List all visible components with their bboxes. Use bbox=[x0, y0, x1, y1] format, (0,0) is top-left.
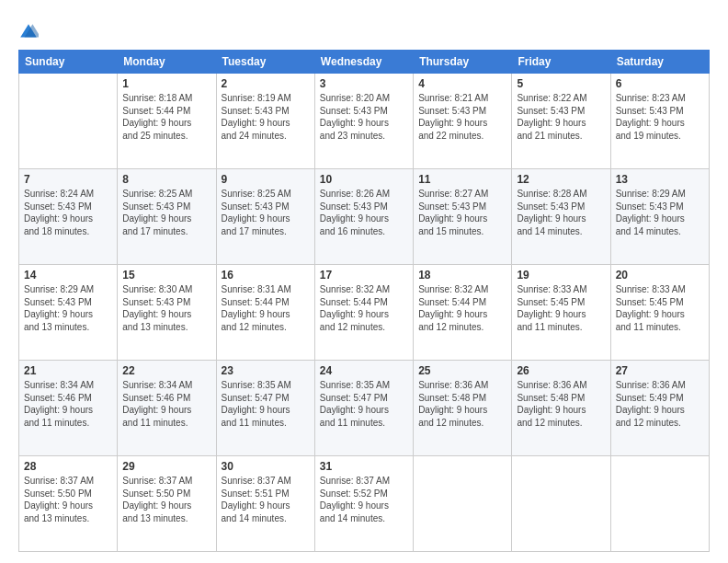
day-info: Sunrise: 8:36 AM Sunset: 5:49 PM Dayligh… bbox=[616, 379, 704, 429]
day-number: 19 bbox=[517, 269, 605, 282]
calendar-cell: 2Sunrise: 8:19 AM Sunset: 5:43 PM Daylig… bbox=[216, 74, 314, 169]
day-info: Sunrise: 8:28 AM Sunset: 5:43 PM Dayligh… bbox=[517, 188, 605, 237]
day-number: 14 bbox=[24, 269, 112, 282]
calendar-cell: 14Sunrise: 8:29 AM Sunset: 5:43 PM Dayli… bbox=[19, 265, 118, 361]
day-info: Sunrise: 8:37 AM Sunset: 5:50 PM Dayligh… bbox=[24, 475, 112, 524]
calendar-cell: 31Sunrise: 8:37 AM Sunset: 5:52 PM Dayli… bbox=[314, 456, 413, 552]
calendar-week-row: 21Sunrise: 8:34 AM Sunset: 5:46 PM Dayli… bbox=[19, 361, 710, 456]
day-info: Sunrise: 8:26 AM Sunset: 5:43 PM Dayligh… bbox=[320, 188, 408, 237]
day-info: Sunrise: 8:27 AM Sunset: 5:43 PM Dayligh… bbox=[418, 188, 506, 237]
calendar-cell bbox=[512, 456, 610, 552]
calendar-cell: 8Sunrise: 8:25 AM Sunset: 5:43 PM Daylig… bbox=[118, 169, 216, 265]
day-number: 7 bbox=[24, 173, 112, 186]
weekday-header-thursday: Thursday bbox=[414, 51, 512, 74]
calendar-cell: 26Sunrise: 8:36 AM Sunset: 5:48 PM Dayli… bbox=[512, 361, 610, 456]
day-info: Sunrise: 8:33 AM Sunset: 5:45 PM Dayligh… bbox=[616, 283, 704, 333]
weekday-header-row: SundayMondayTuesdayWednesdayThursdayFrid… bbox=[19, 51, 710, 74]
calendar-cell: 3Sunrise: 8:20 AM Sunset: 5:43 PM Daylig… bbox=[314, 74, 413, 169]
calendar-table: SundayMondayTuesdayWednesdayThursdayFrid… bbox=[18, 50, 710, 552]
day-number: 21 bbox=[24, 364, 112, 377]
calendar-cell: 10Sunrise: 8:26 AM Sunset: 5:43 PM Dayli… bbox=[314, 169, 413, 265]
calendar-week-row: 7Sunrise: 8:24 AM Sunset: 5:43 PM Daylig… bbox=[19, 169, 710, 265]
day-info: Sunrise: 8:29 AM Sunset: 5:43 PM Dayligh… bbox=[24, 283, 112, 333]
day-info: Sunrise: 8:35 AM Sunset: 5:47 PM Dayligh… bbox=[222, 379, 310, 429]
day-number: 22 bbox=[122, 364, 210, 377]
day-number: 30 bbox=[222, 460, 310, 473]
calendar-cell: 20Sunrise: 8:33 AM Sunset: 5:45 PM Dayli… bbox=[610, 265, 709, 361]
calendar-cell: 12Sunrise: 8:28 AM Sunset: 5:43 PM Dayli… bbox=[512, 169, 610, 265]
day-info: Sunrise: 8:36 AM Sunset: 5:48 PM Dayligh… bbox=[418, 379, 506, 429]
day-number: 29 bbox=[122, 460, 210, 473]
day-info: Sunrise: 8:20 AM Sunset: 5:43 PM Dayligh… bbox=[320, 92, 408, 142]
day-number: 13 bbox=[616, 173, 704, 186]
day-number: 5 bbox=[517, 77, 605, 90]
day-number: 28 bbox=[24, 460, 112, 473]
day-info: Sunrise: 8:36 AM Sunset: 5:48 PM Dayligh… bbox=[517, 379, 605, 429]
day-info: Sunrise: 8:21 AM Sunset: 5:43 PM Dayligh… bbox=[418, 92, 506, 142]
calendar-cell: 17Sunrise: 8:32 AM Sunset: 5:44 PM Dayli… bbox=[314, 265, 413, 361]
day-number: 9 bbox=[222, 173, 310, 186]
day-number: 26 bbox=[517, 364, 605, 377]
calendar-cell: 23Sunrise: 8:35 AM Sunset: 5:47 PM Dayli… bbox=[216, 361, 314, 456]
day-info: Sunrise: 8:37 AM Sunset: 5:51 PM Dayligh… bbox=[222, 475, 310, 524]
weekday-header-monday: Monday bbox=[118, 51, 216, 74]
weekday-header-friday: Friday bbox=[512, 51, 610, 74]
day-number: 12 bbox=[517, 173, 605, 186]
day-info: Sunrise: 8:34 AM Sunset: 5:46 PM Dayligh… bbox=[24, 379, 112, 429]
calendar-cell: 4Sunrise: 8:21 AM Sunset: 5:43 PM Daylig… bbox=[414, 74, 512, 169]
calendar-cell: 9Sunrise: 8:25 AM Sunset: 5:43 PM Daylig… bbox=[216, 169, 314, 265]
day-info: Sunrise: 8:37 AM Sunset: 5:50 PM Dayligh… bbox=[122, 475, 210, 524]
calendar-cell: 30Sunrise: 8:37 AM Sunset: 5:51 PM Dayli… bbox=[216, 456, 314, 552]
weekday-header-tuesday: Tuesday bbox=[216, 51, 314, 74]
calendar-cell: 5Sunrise: 8:22 AM Sunset: 5:43 PM Daylig… bbox=[512, 74, 610, 169]
calendar-cell: 6Sunrise: 8:23 AM Sunset: 5:43 PM Daylig… bbox=[610, 74, 709, 169]
day-number: 2 bbox=[222, 77, 310, 90]
calendar-week-row: 28Sunrise: 8:37 AM Sunset: 5:50 PM Dayli… bbox=[19, 456, 710, 552]
day-info: Sunrise: 8:34 AM Sunset: 5:46 PM Dayligh… bbox=[122, 379, 210, 429]
calendar-cell: 21Sunrise: 8:34 AM Sunset: 5:46 PM Dayli… bbox=[19, 361, 118, 456]
calendar-cell: 15Sunrise: 8:30 AM Sunset: 5:43 PM Dayli… bbox=[118, 265, 216, 361]
day-info: Sunrise: 8:32 AM Sunset: 5:44 PM Dayligh… bbox=[418, 283, 506, 333]
day-info: Sunrise: 8:22 AM Sunset: 5:43 PM Dayligh… bbox=[517, 92, 605, 142]
calendar-cell bbox=[610, 456, 709, 552]
day-number: 1 bbox=[122, 77, 210, 90]
weekday-header-sunday: Sunday bbox=[19, 51, 118, 74]
calendar-cell: 25Sunrise: 8:36 AM Sunset: 5:48 PM Dayli… bbox=[414, 361, 512, 456]
calendar-cell: 27Sunrise: 8:36 AM Sunset: 5:49 PM Dayli… bbox=[610, 361, 709, 456]
day-info: Sunrise: 8:31 AM Sunset: 5:44 PM Dayligh… bbox=[222, 283, 310, 333]
day-number: 31 bbox=[320, 460, 408, 473]
calendar-cell: 18Sunrise: 8:32 AM Sunset: 5:44 PM Dayli… bbox=[414, 265, 512, 361]
day-number: 17 bbox=[320, 269, 408, 282]
day-number: 4 bbox=[418, 77, 506, 90]
weekday-header-saturday: Saturday bbox=[610, 51, 709, 74]
calendar-cell bbox=[414, 456, 512, 552]
day-info: Sunrise: 8:23 AM Sunset: 5:43 PM Dayligh… bbox=[616, 92, 704, 142]
calendar-cell: 19Sunrise: 8:33 AM Sunset: 5:45 PM Dayli… bbox=[512, 265, 610, 361]
day-number: 6 bbox=[616, 77, 704, 90]
day-number: 23 bbox=[222, 364, 310, 377]
day-info: Sunrise: 8:18 AM Sunset: 5:44 PM Dayligh… bbox=[122, 92, 210, 142]
day-info: Sunrise: 8:32 AM Sunset: 5:44 PM Dayligh… bbox=[320, 283, 408, 333]
day-number: 15 bbox=[122, 269, 210, 282]
calendar-cell: 1Sunrise: 8:18 AM Sunset: 5:44 PM Daylig… bbox=[118, 74, 216, 169]
day-number: 24 bbox=[320, 364, 408, 377]
calendar-cell: 16Sunrise: 8:31 AM Sunset: 5:44 PM Dayli… bbox=[216, 265, 314, 361]
calendar-cell: 29Sunrise: 8:37 AM Sunset: 5:50 PM Dayli… bbox=[118, 456, 216, 552]
day-info: Sunrise: 8:24 AM Sunset: 5:43 PM Dayligh… bbox=[24, 188, 112, 237]
day-info: Sunrise: 8:29 AM Sunset: 5:43 PM Dayligh… bbox=[616, 188, 704, 237]
day-info: Sunrise: 8:30 AM Sunset: 5:43 PM Dayligh… bbox=[122, 283, 210, 333]
logo bbox=[18, 20, 42, 42]
day-number: 16 bbox=[222, 269, 310, 282]
day-number: 20 bbox=[616, 269, 704, 282]
weekday-header-wednesday: Wednesday bbox=[314, 51, 413, 74]
calendar-week-row: 14Sunrise: 8:29 AM Sunset: 5:43 PM Dayli… bbox=[19, 265, 710, 361]
calendar-cell: 28Sunrise: 8:37 AM Sunset: 5:50 PM Dayli… bbox=[19, 456, 118, 552]
day-number: 11 bbox=[418, 173, 506, 186]
day-number: 25 bbox=[418, 364, 506, 377]
day-info: Sunrise: 8:25 AM Sunset: 5:43 PM Dayligh… bbox=[222, 188, 310, 237]
calendar-cell: 24Sunrise: 8:35 AM Sunset: 5:47 PM Dayli… bbox=[314, 361, 413, 456]
calendar-header: SundayMondayTuesdayWednesdayThursdayFrid… bbox=[19, 51, 710, 74]
day-info: Sunrise: 8:33 AM Sunset: 5:45 PM Dayligh… bbox=[517, 283, 605, 333]
calendar-body: 1Sunrise: 8:18 AM Sunset: 5:44 PM Daylig… bbox=[19, 74, 710, 552]
day-number: 8 bbox=[122, 173, 210, 186]
